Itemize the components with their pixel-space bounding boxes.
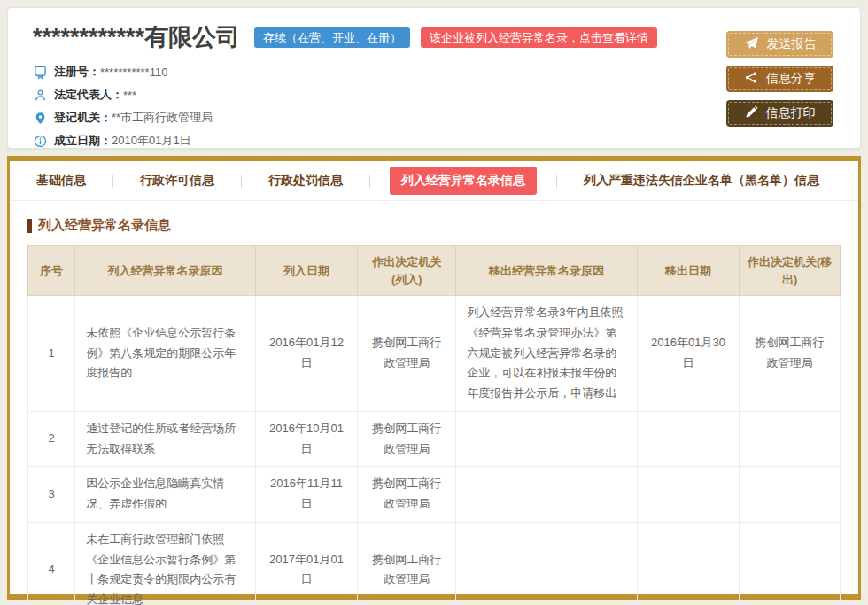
cell-out-org bbox=[740, 411, 841, 467]
establish-date-row: 成立日期： 2010年01月1日 bbox=[33, 129, 835, 152]
cell-in-date: 2016年11月11日 bbox=[255, 467, 358, 523]
info-icon bbox=[33, 134, 47, 148]
col-out-reason: 移出经营异常名录原因 bbox=[456, 246, 637, 296]
legal-representative-label: 法定代表人： bbox=[54, 87, 123, 103]
cell-in-reason: 未依照《企业信息公示暂行条例》第八条规定的期限公示年度报告的 bbox=[75, 296, 256, 412]
location-icon bbox=[33, 111, 47, 125]
table-header-row: 序号 列入经营异常名录原因 列入日期 作出决定机关(列入) 移出经营异常名录原因… bbox=[28, 246, 841, 296]
print-info-label: 信息打印 bbox=[766, 105, 816, 121]
cell-out-date: 2016年01月30日 bbox=[637, 296, 740, 412]
share-info-label: 信息分享 bbox=[766, 71, 816, 87]
abnormal-records-table: 序号 列入经营异常名录原因 列入日期 作出决定机关(列入) 移出经营异常名录原因… bbox=[27, 245, 841, 605]
cell-seq: 4 bbox=[28, 522, 75, 605]
section-title: 列入经营异常名录信息 bbox=[27, 217, 841, 234]
cell-out-reason: 列入经营异常名录3年内且依照《经营异常名录管理办法》第六规定被列入经营异常名录的… bbox=[456, 296, 637, 412]
company-name: ************有限公司 bbox=[33, 26, 240, 50]
tab-separator bbox=[556, 175, 557, 188]
registration-number-value: ***********110 bbox=[100, 66, 167, 79]
legal-representative-value: *** bbox=[123, 89, 136, 102]
registration-number-label: 注册号： bbox=[54, 64, 100, 80]
section-title-text: 列入经营异常名录信息 bbox=[38, 217, 171, 234]
tab-admin-license[interactable]: 行政许可信息 bbox=[133, 167, 221, 195]
tab-basic-info[interactable]: 基础信息 bbox=[29, 167, 93, 195]
send-report-button[interactable]: 发送报告 bbox=[726, 31, 833, 58]
table-row: 4 未在工商行政管理部门依照《企业信息公示暂行条例》第十条规定责令的期限内公示有… bbox=[28, 522, 841, 605]
certificate-icon bbox=[33, 65, 47, 79]
tab-separator bbox=[241, 175, 242, 188]
col-in-org: 作出决定机关(列入) bbox=[358, 246, 456, 296]
send-report-label: 发送报告 bbox=[767, 36, 817, 52]
company-header-card: ************有限公司 存续（在营、开业、在册） 该企业被列入经营异常… bbox=[7, 7, 861, 149]
establish-date-label: 成立日期： bbox=[54, 133, 112, 149]
print-info-button[interactable]: 信息打印 bbox=[726, 100, 833, 127]
cell-in-reason: 通过登记的住所或者经营场所无法取得联系 bbox=[75, 411, 256, 467]
col-in-date: 列入日期 bbox=[255, 246, 358, 296]
cell-seq: 1 bbox=[28, 296, 75, 412]
cell-out-org bbox=[740, 467, 841, 523]
cell-out-org bbox=[740, 522, 841, 605]
title-row: ************有限公司 存续（在营、开业、在册） 该企业被列入经营异常… bbox=[33, 26, 835, 50]
registration-authority-row: 登记机关： **市工商行政管理局 bbox=[33, 106, 835, 129]
legal-representative-row: 法定代表人： *** bbox=[33, 83, 835, 106]
status-badge: 存续（在营、开业、在册） bbox=[254, 27, 410, 48]
cell-out-reason bbox=[456, 467, 637, 523]
person-icon bbox=[33, 88, 47, 102]
tab-blacklist[interactable]: 列入严重违法失信企业名单（黑名单）信息 bbox=[577, 167, 826, 195]
establish-date-value: 2010年01月1日 bbox=[112, 133, 191, 149]
registration-number-row: 注册号： ***********110 bbox=[33, 60, 835, 83]
cell-seq: 3 bbox=[28, 467, 75, 523]
cell-in-date: 2017年01月01日 bbox=[255, 522, 358, 605]
tab-admin-penalty[interactable]: 行政处罚信息 bbox=[261, 167, 350, 195]
share-icon bbox=[744, 71, 758, 87]
cell-in-reason: 未在工商行政管理部门依照《企业信息公示暂行条例》第十条规定责令的期限内公示有关企… bbox=[75, 522, 256, 605]
cell-out-date bbox=[637, 467, 740, 523]
registration-authority-label: 登记机关： bbox=[54, 110, 112, 126]
cell-out-reason bbox=[456, 522, 637, 605]
abnormal-warning-badge[interactable]: 该企业被列入经营异常名录，点击查看详情 bbox=[421, 27, 657, 48]
col-out-org: 作出决定机关(移出) bbox=[740, 246, 841, 296]
col-in-reason: 列入经营异常名录原因 bbox=[75, 246, 256, 296]
cell-out-date bbox=[637, 522, 740, 605]
tab-content: 列入经营异常名录信息 序号 列入经营异常名录原因 列入日期 作出决定机关(列入)… bbox=[10, 201, 858, 605]
cell-out-date bbox=[637, 411, 740, 467]
detail-panel: 基础信息 行政许可信息 行政处罚信息 列入经营异常名录信息 列入严重违法失信企业… bbox=[7, 156, 861, 600]
cell-out-org: 携创网工商行政管理局 bbox=[740, 296, 841, 412]
cell-in-org: 携创网工商行政管理局 bbox=[358, 467, 456, 523]
cell-in-org: 携创网工商行政管理局 bbox=[358, 522, 456, 605]
share-info-button[interactable]: 信息分享 bbox=[726, 66, 833, 92]
table-row: 2 通过登记的住所或者经营场所无法取得联系 2016年10月01日 携创网工商行… bbox=[28, 411, 841, 467]
action-buttons: 发送报告 信息分享 信息打印 bbox=[726, 31, 833, 135]
cell-in-org: 携创网工商行政管理局 bbox=[358, 411, 456, 467]
cell-in-date: 2016年10月01日 bbox=[255, 411, 358, 467]
tab-abnormal-operation[interactable]: 列入经营异常名录信息 bbox=[390, 167, 537, 195]
tab-separator bbox=[112, 175, 113, 188]
cell-in-date: 2016年01月12日 bbox=[255, 296, 358, 412]
cell-in-org: 携创网工商行政管理局 bbox=[358, 296, 456, 412]
col-seq: 序号 bbox=[28, 246, 75, 296]
table-row: 1 未依照《企业信息公示暂行条例》第八条规定的期限公示年度报告的 2016年01… bbox=[28, 296, 841, 412]
col-out-date: 移出日期 bbox=[637, 246, 740, 296]
company-info-list: 注册号： ***********110 法定代表人： *** 登记机关： **市… bbox=[33, 60, 835, 152]
pencil-icon bbox=[745, 105, 758, 121]
tab-separator bbox=[369, 175, 370, 188]
table-row: 3 因公示企业信息隐瞒真实情况、弄虚作假的 2016年11月11日 携创网工商行… bbox=[28, 467, 841, 523]
cell-in-reason: 因公示企业信息隐瞒真实情况、弄虚作假的 bbox=[75, 467, 256, 523]
section-title-bar bbox=[27, 219, 32, 233]
paper-plane-icon bbox=[744, 36, 759, 52]
registration-authority-value: **市工商行政管理局 bbox=[112, 110, 213, 126]
tab-bar: 基础信息 行政许可信息 行政处罚信息 列入经营异常名录信息 列入严重违法失信企业… bbox=[10, 161, 858, 201]
cell-seq: 2 bbox=[28, 411, 75, 467]
cell-out-reason bbox=[456, 411, 637, 467]
